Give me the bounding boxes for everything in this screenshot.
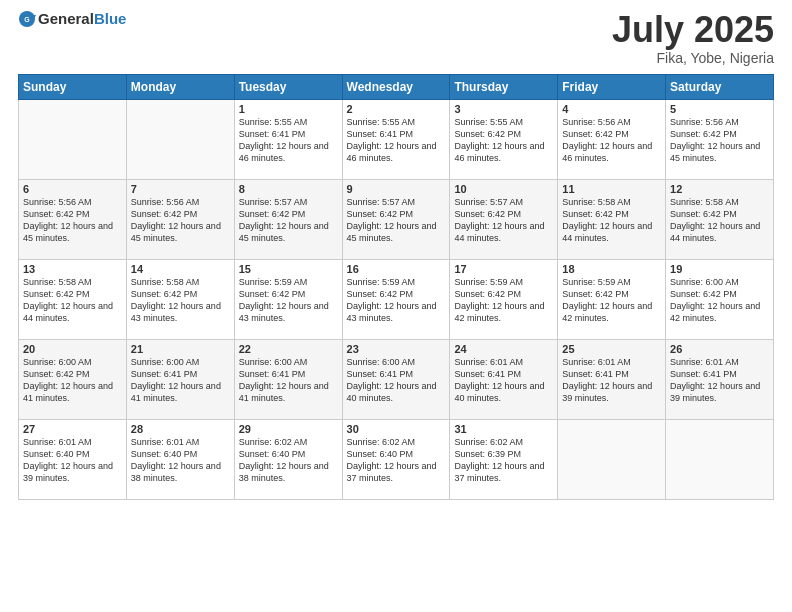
calendar-cell: 9Sunrise: 5:57 AM Sunset: 6:42 PM Daylig… <box>342 179 450 259</box>
calendar-cell: 13Sunrise: 5:58 AM Sunset: 6:42 PM Dayli… <box>19 259 127 339</box>
calendar-week-row: 27Sunrise: 6:01 AM Sunset: 6:40 PM Dayli… <box>19 419 774 499</box>
day-number: 23 <box>347 343 446 355</box>
calendar-cell: 30Sunrise: 6:02 AM Sunset: 6:40 PM Dayli… <box>342 419 450 499</box>
day-info: Sunrise: 6:02 AM Sunset: 6:40 PM Dayligh… <box>239 436 338 485</box>
calendar-cell <box>126 99 234 179</box>
day-info: Sunrise: 5:59 AM Sunset: 6:42 PM Dayligh… <box>347 276 446 325</box>
day-info: Sunrise: 6:01 AM Sunset: 6:40 PM Dayligh… <box>23 436 122 485</box>
day-info: Sunrise: 6:01 AM Sunset: 6:41 PM Dayligh… <box>670 356 769 405</box>
day-number: 22 <box>239 343 338 355</box>
calendar-cell: 28Sunrise: 6:01 AM Sunset: 6:40 PM Dayli… <box>126 419 234 499</box>
calendar-title: July 2025 <box>612 10 774 50</box>
day-info: Sunrise: 5:55 AM Sunset: 6:41 PM Dayligh… <box>239 116 338 165</box>
day-info: Sunrise: 5:59 AM Sunset: 6:42 PM Dayligh… <box>562 276 661 325</box>
day-info: Sunrise: 5:58 AM Sunset: 6:42 PM Dayligh… <box>562 196 661 245</box>
day-number: 27 <box>23 423 122 435</box>
page-header: G GeneralBlue July 2025 Fika, Yobe, Nige… <box>18 10 774 66</box>
calendar-cell <box>558 419 666 499</box>
day-number: 16 <box>347 263 446 275</box>
day-number: 3 <box>454 103 553 115</box>
calendar-cell: 23Sunrise: 6:00 AM Sunset: 6:41 PM Dayli… <box>342 339 450 419</box>
calendar-cell: 19Sunrise: 6:00 AM Sunset: 6:42 PM Dayli… <box>666 259 774 339</box>
day-number: 12 <box>670 183 769 195</box>
calendar-cell: 1Sunrise: 5:55 AM Sunset: 6:41 PM Daylig… <box>234 99 342 179</box>
calendar-cell: 21Sunrise: 6:00 AM Sunset: 6:41 PM Dayli… <box>126 339 234 419</box>
calendar-cell: 16Sunrise: 5:59 AM Sunset: 6:42 PM Dayli… <box>342 259 450 339</box>
logo: G GeneralBlue <box>18 10 126 28</box>
calendar-cell: 27Sunrise: 6:01 AM Sunset: 6:40 PM Dayli… <box>19 419 127 499</box>
day-number: 10 <box>454 183 553 195</box>
calendar-table: SundayMondayTuesdayWednesdayThursdayFrid… <box>18 74 774 500</box>
calendar-cell: 15Sunrise: 5:59 AM Sunset: 6:42 PM Dayli… <box>234 259 342 339</box>
calendar-cell: 18Sunrise: 5:59 AM Sunset: 6:42 PM Dayli… <box>558 259 666 339</box>
day-info: Sunrise: 6:00 AM Sunset: 6:41 PM Dayligh… <box>131 356 230 405</box>
day-info: Sunrise: 5:56 AM Sunset: 6:42 PM Dayligh… <box>131 196 230 245</box>
calendar-cell <box>19 99 127 179</box>
day-info: Sunrise: 5:57 AM Sunset: 6:42 PM Dayligh… <box>347 196 446 245</box>
day-info: Sunrise: 5:56 AM Sunset: 6:42 PM Dayligh… <box>562 116 661 165</box>
day-number: 30 <box>347 423 446 435</box>
day-info: Sunrise: 6:02 AM Sunset: 6:40 PM Dayligh… <box>347 436 446 485</box>
calendar-cell: 5Sunrise: 5:56 AM Sunset: 6:42 PM Daylig… <box>666 99 774 179</box>
day-info: Sunrise: 6:00 AM Sunset: 6:42 PM Dayligh… <box>23 356 122 405</box>
calendar-cell: 14Sunrise: 5:58 AM Sunset: 6:42 PM Dayli… <box>126 259 234 339</box>
day-number: 2 <box>347 103 446 115</box>
logo-icon: G <box>18 10 36 28</box>
title-block: July 2025 Fika, Yobe, Nigeria <box>612 10 774 66</box>
day-info: Sunrise: 6:02 AM Sunset: 6:39 PM Dayligh… <box>454 436 553 485</box>
day-number: 1 <box>239 103 338 115</box>
calendar-cell: 7Sunrise: 5:56 AM Sunset: 6:42 PM Daylig… <box>126 179 234 259</box>
day-number: 11 <box>562 183 661 195</box>
day-info: Sunrise: 5:59 AM Sunset: 6:42 PM Dayligh… <box>239 276 338 325</box>
day-number: 4 <box>562 103 661 115</box>
day-number: 29 <box>239 423 338 435</box>
day-info: Sunrise: 5:57 AM Sunset: 6:42 PM Dayligh… <box>454 196 553 245</box>
calendar-cell: 25Sunrise: 6:01 AM Sunset: 6:41 PM Dayli… <box>558 339 666 419</box>
calendar-cell: 31Sunrise: 6:02 AM Sunset: 6:39 PM Dayli… <box>450 419 558 499</box>
calendar-location: Fika, Yobe, Nigeria <box>612 50 774 66</box>
day-info: Sunrise: 5:59 AM Sunset: 6:42 PM Dayligh… <box>454 276 553 325</box>
day-number: 6 <box>23 183 122 195</box>
calendar-cell: 2Sunrise: 5:55 AM Sunset: 6:41 PM Daylig… <box>342 99 450 179</box>
calendar-week-row: 13Sunrise: 5:58 AM Sunset: 6:42 PM Dayli… <box>19 259 774 339</box>
day-number: 8 <box>239 183 338 195</box>
day-number: 25 <box>562 343 661 355</box>
weekday-header-wednesday: Wednesday <box>342 74 450 99</box>
day-number: 15 <box>239 263 338 275</box>
day-number: 5 <box>670 103 769 115</box>
day-number: 13 <box>23 263 122 275</box>
day-info: Sunrise: 6:01 AM Sunset: 6:40 PM Dayligh… <box>131 436 230 485</box>
weekday-header-friday: Friday <box>558 74 666 99</box>
svg-text:G: G <box>24 16 30 23</box>
calendar-cell: 4Sunrise: 5:56 AM Sunset: 6:42 PM Daylig… <box>558 99 666 179</box>
day-number: 28 <box>131 423 230 435</box>
day-info: Sunrise: 6:00 AM Sunset: 6:42 PM Dayligh… <box>670 276 769 325</box>
calendar-week-row: 6Sunrise: 5:56 AM Sunset: 6:42 PM Daylig… <box>19 179 774 259</box>
day-info: Sunrise: 5:56 AM Sunset: 6:42 PM Dayligh… <box>670 116 769 165</box>
calendar-cell: 6Sunrise: 5:56 AM Sunset: 6:42 PM Daylig… <box>19 179 127 259</box>
day-info: Sunrise: 5:57 AM Sunset: 6:42 PM Dayligh… <box>239 196 338 245</box>
day-info: Sunrise: 5:58 AM Sunset: 6:42 PM Dayligh… <box>131 276 230 325</box>
weekday-header-sunday: Sunday <box>19 74 127 99</box>
day-number: 17 <box>454 263 553 275</box>
day-info: Sunrise: 5:56 AM Sunset: 6:42 PM Dayligh… <box>23 196 122 245</box>
calendar-cell: 17Sunrise: 5:59 AM Sunset: 6:42 PM Dayli… <box>450 259 558 339</box>
calendar-cell: 24Sunrise: 6:01 AM Sunset: 6:41 PM Dayli… <box>450 339 558 419</box>
calendar-cell: 22Sunrise: 6:00 AM Sunset: 6:41 PM Dayli… <box>234 339 342 419</box>
weekday-header-thursday: Thursday <box>450 74 558 99</box>
day-info: Sunrise: 6:00 AM Sunset: 6:41 PM Dayligh… <box>239 356 338 405</box>
weekday-header-saturday: Saturday <box>666 74 774 99</box>
day-number: 7 <box>131 183 230 195</box>
day-number: 31 <box>454 423 553 435</box>
day-info: Sunrise: 5:58 AM Sunset: 6:42 PM Dayligh… <box>23 276 122 325</box>
calendar-cell: 3Sunrise: 5:55 AM Sunset: 6:42 PM Daylig… <box>450 99 558 179</box>
calendar-week-row: 20Sunrise: 6:00 AM Sunset: 6:42 PM Dayli… <box>19 339 774 419</box>
calendar-cell <box>666 419 774 499</box>
day-number: 21 <box>131 343 230 355</box>
weekday-header-tuesday: Tuesday <box>234 74 342 99</box>
day-number: 24 <box>454 343 553 355</box>
day-info: Sunrise: 5:58 AM Sunset: 6:42 PM Dayligh… <box>670 196 769 245</box>
day-info: Sunrise: 5:55 AM Sunset: 6:41 PM Dayligh… <box>347 116 446 165</box>
calendar-cell: 8Sunrise: 5:57 AM Sunset: 6:42 PM Daylig… <box>234 179 342 259</box>
day-number: 19 <box>670 263 769 275</box>
